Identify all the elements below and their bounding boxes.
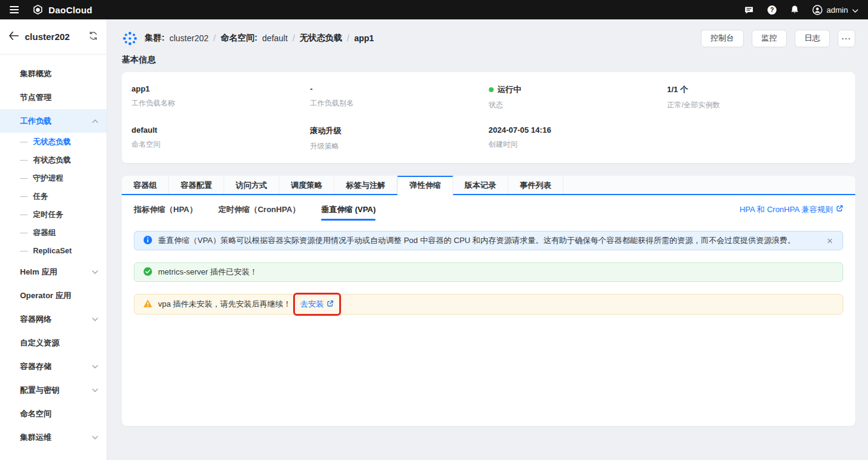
status-text: 运行中 — [498, 84, 522, 95]
subtab-hpa[interactable]: 指标伸缩（HPA） — [134, 196, 197, 223]
tab-scheduling-policy[interactable]: 调度策略 — [279, 176, 334, 195]
field-label: 创建时间 — [489, 139, 668, 150]
sidebar-item-container-network[interactable]: 容器网络 — [0, 307, 107, 331]
sidebar-subitem-jobs[interactable]: —任务 — [0, 187, 107, 205]
compat-link-label: HPA 和 CronHPA 兼容规则 — [740, 204, 833, 215]
brand-name: DaoCloud — [48, 5, 92, 15]
sidebar-item-label: 节点管理 — [20, 92, 51, 103]
field-workload-name: app1 工作负载名称 — [131, 84, 310, 110]
sidebar-subitem-pods[interactable]: —容器组 — [0, 224, 107, 242]
more-actions-button[interactable]: ··· — [838, 30, 855, 47]
sidebar-item-label: 命名空间 — [20, 408, 51, 419]
field-replicas: 1/1 个 正常/全部实例数 — [667, 84, 846, 110]
sidebar-item-operator-apps[interactable]: Operator 应用 — [0, 284, 107, 307]
tab-pods[interactable]: 容器组 — [122, 176, 169, 195]
sidebar-header: cluster202 — [0, 19, 107, 55]
field-label: 工作负载名称 — [131, 98, 310, 108]
sidebar-item-workloads[interactable]: 工作负载 — [0, 109, 107, 133]
detail-tabs-card: 容器组 容器配置 访问方式 调度策略 标签与注解 弹性伸缩 版本记录 事件列表 … — [122, 176, 855, 426]
sidebar-cluster-name: cluster202 — [25, 32, 82, 42]
tab-labels-annotations[interactable]: 标签与注解 — [334, 176, 397, 195]
cluster-switch-icon[interactable] — [88, 31, 98, 43]
tab-bar: 容器组 容器配置 访问方式 调度策略 标签与注解 弹性伸缩 版本记录 事件列表 — [122, 176, 855, 195]
go-install-link[interactable]: 去安装 — [300, 299, 334, 310]
sidebar-item-namespaces[interactable]: 命名空间 — [0, 402, 107, 425]
vpa-plugin-warning-alert: vpa 插件未安装，请先安装后再继续！ 去安装 — [134, 294, 843, 315]
sidebar: cluster202 集群概览 节点管理 工作负载 —无状态负载 —有状态负载 … — [0, 19, 107, 460]
breadcrumb-separator: / — [347, 33, 350, 43]
sidebar-item-label: 自定义资源 — [20, 338, 59, 348]
sidebar-item-cluster-ops[interactable]: 集群运维 — [0, 425, 107, 449]
field-value: app1 — [131, 84, 310, 93]
sidebar-item-config-secrets[interactable]: 配置与密钥 — [0, 378, 107, 402]
dash-prefix: — — [20, 156, 28, 164]
metrics-server-success-alert: metrics-server 插件已安装！ — [134, 262, 843, 282]
user-menu[interactable]: admin — [812, 5, 858, 15]
tab-autoscaling[interactable]: 弹性伸缩 — [397, 176, 453, 195]
header-actions: 控制台 监控 日志 ··· — [701, 30, 855, 47]
subtab-cronhpa[interactable]: 定时伸缩（CronHPA） — [218, 196, 300, 223]
install-link-wrap: 去安装 — [300, 299, 334, 310]
info-icon — [143, 235, 153, 247]
hpa-cronhpa-compat-rules-link[interactable]: HPA 和 CronHPA 兼容规则 — [740, 204, 843, 215]
breadcrumb-separator: / — [213, 33, 216, 43]
breadcrumb-cluster-label: 集群: — [145, 33, 165, 44]
sidebar-subitem-replicaset[interactable]: —ReplicaSet — [0, 242, 107, 260]
sidebar-item-label: Operator 应用 — [20, 290, 71, 301]
vpa-info-alert: 垂直伸缩（VPA）策略可以根据容器实际资源使用情况手动或自动调整 Pod 中容器… — [134, 231, 843, 250]
logs-button[interactable]: 日志 — [795, 30, 830, 47]
close-icon[interactable]: × — [826, 236, 834, 246]
sidebar-subitem-label: 无状态负载 — [33, 137, 71, 147]
messages-icon[interactable] — [744, 5, 754, 15]
sidebar-item-helm-apps[interactable]: Helm 应用 — [0, 260, 107, 284]
menu-toggle-icon[interactable] — [10, 6, 19, 13]
daocloud-logo-icon — [32, 4, 44, 16]
cluster-icon — [122, 30, 138, 47]
sidebar-item-cluster-overview[interactable]: 集群概览 — [0, 62, 107, 85]
sidebar-item-custom-resources[interactable]: 自定义资源 — [0, 331, 107, 355]
chevron-up-icon — [92, 119, 98, 123]
sidebar-subitem-stateless-workloads[interactable]: —无状态负载 — [0, 133, 107, 151]
field-workload-alias: - 工作负载别名 — [310, 84, 489, 110]
main-content: 集群: cluster202 / 命名空间: default / 无状态负载 /… — [107, 19, 868, 460]
back-arrow-icon[interactable] — [8, 32, 19, 42]
tab-access-methods[interactable]: 访问方式 — [224, 176, 279, 195]
brand: DaoCloud — [32, 4, 92, 16]
tab-container-config[interactable]: 容器配置 — [169, 176, 224, 195]
avatar-icon — [812, 5, 823, 15]
breadcrumb-namespace-value[interactable]: default — [262, 33, 288, 43]
console-button[interactable]: 控制台 — [701, 30, 744, 47]
sidebar-item-node-management[interactable]: 节点管理 — [0, 85, 107, 109]
sidebar-subitem-stateful-workloads[interactable]: —有状态负载 — [0, 151, 107, 169]
tab-event-list[interactable]: 事件列表 — [508, 176, 563, 195]
subtab-row: 指标伸缩（HPA） 定时伸缩（CronHPA） 垂直伸缩 (VPA) HPA 和… — [122, 195, 855, 224]
dash-prefix: — — [20, 247, 28, 255]
status-dot — [489, 87, 494, 92]
topbar: DaoCloud ? admin — [0, 0, 868, 19]
sidebar-nav: 集群概览 节点管理 工作负载 —无状态负载 —有状态负载 —守护进程 —任务 —… — [0, 55, 107, 455]
sidebar-item-label: 容器网络 — [20, 314, 51, 325]
sidebar-subitem-daemonsets[interactable]: —守护进程 — [0, 169, 107, 187]
sidebar-item-label: 工作负载 — [20, 116, 51, 127]
subtab-vpa[interactable]: 垂直伸缩 (VPA) — [321, 196, 376, 223]
dash-prefix: — — [20, 192, 28, 201]
monitor-button[interactable]: 监控 — [752, 30, 787, 47]
sidebar-subitem-label: ReplicaSet — [33, 247, 72, 255]
help-icon[interactable]: ? — [767, 5, 777, 15]
external-link-icon — [836, 205, 843, 214]
sidebar-subitem-label: 守护进程 — [33, 173, 64, 184]
sidebar-subitem-label: 有状态负载 — [33, 155, 71, 165]
breadcrumb-workload-type[interactable]: 无状态负载 — [300, 33, 342, 44]
svg-text:?: ? — [770, 7, 774, 13]
chevron-down-icon — [92, 270, 98, 274]
info-alert-text: 垂直伸缩（VPA）策略可以根据容器实际资源使用情况手动或自动调整 Pod 中容器… — [158, 235, 820, 246]
sidebar-subitem-cronjobs[interactable]: —定时任务 — [0, 205, 107, 224]
notifications-bell-icon[interactable] — [790, 5, 800, 15]
breadcrumb-cluster-value[interactable]: cluster202 — [170, 33, 209, 43]
sidebar-subitem-label: 容器组 — [33, 228, 56, 238]
sidebar-item-container-storage[interactable]: 容器存储 — [0, 355, 107, 378]
chevron-down-icon — [92, 388, 98, 392]
tab-version-history[interactable]: 版本记录 — [453, 176, 508, 195]
field-value: 1/1 个 — [667, 84, 846, 95]
dash-prefix: — — [20, 228, 28, 237]
